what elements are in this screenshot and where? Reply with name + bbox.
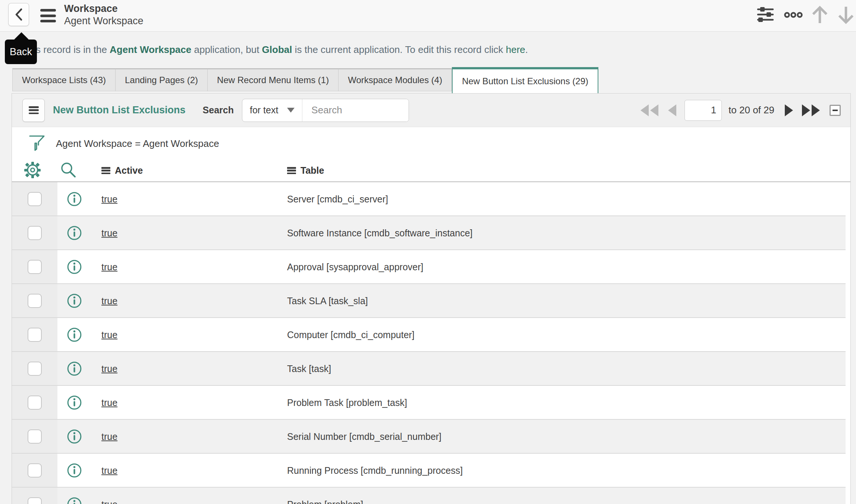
list-filter-row: Agent Workspace = Agent Workspace: [12, 127, 850, 160]
application-scope-message: This record is in the Agent Workspace ap…: [0, 32, 856, 67]
back-tooltip: Back: [5, 40, 37, 64]
current-scope-link[interactable]: Global: [262, 44, 292, 55]
next-page-button[interactable]: [784, 104, 794, 117]
table-cell: Problem [problem]: [287, 499, 363, 504]
search-rows-icon[interactable]: [60, 161, 77, 180]
message-middle: application, but: [191, 44, 262, 55]
tab-workspace-modules[interactable]: Workspace Modules (4): [338, 68, 452, 91]
table-row: true Server [cmdb_ci_server]: [12, 182, 846, 216]
list-search-control: for text: [242, 99, 409, 122]
tab-new-button-list-exclusions[interactable]: New Button List Exclusions (29): [452, 67, 598, 93]
table-row: true Task SLA [task_sla]: [12, 284, 846, 318]
table-row: true Problem [problem]: [12, 488, 846, 504]
row-checkbox[interactable]: [28, 463, 42, 478]
chevron-left-icon: [15, 8, 23, 21]
last-page-button[interactable]: [801, 104, 821, 117]
list-title[interactable]: New Button List Exclusions: [53, 104, 186, 116]
search-field-select[interactable]: for text: [242, 99, 302, 122]
info-icon[interactable]: [67, 327, 82, 342]
arrow-up-icon[interactable]: [811, 5, 828, 26]
active-cell-link[interactable]: true: [101, 499, 117, 504]
list-pagination: to 20 of 29: [640, 100, 841, 121]
table-cell: Software Instance [cmdb_software_instanc…: [287, 227, 473, 238]
list-menu-icon: [29, 106, 39, 114]
personalize-gear-icon[interactable]: [24, 161, 41, 180]
info-icon[interactable]: [67, 225, 82, 240]
edit-here-link[interactable]: here: [506, 44, 525, 55]
tab-new-record-menu-items[interactable]: New Record Menu Items (1): [207, 68, 338, 91]
info-icon[interactable]: [67, 429, 82, 444]
active-cell-link[interactable]: true: [101, 227, 117, 238]
table-row: true Serial Number [cmdb_serial_number]: [12, 420, 846, 454]
active-cell-link[interactable]: true: [101, 295, 117, 306]
list-rows: true Server [cmdb_ci_server] true Softwa…: [12, 182, 846, 504]
column-header-table[interactable]: Table: [287, 160, 324, 181]
row-checkbox[interactable]: [28, 192, 42, 206]
column-label-table: Table: [300, 165, 324, 176]
row-checkbox[interactable]: [28, 497, 42, 504]
info-icon[interactable]: [67, 463, 82, 478]
table-row: true Problem Task [problem_task]: [12, 386, 846, 420]
collapse-list-icon[interactable]: [830, 105, 841, 116]
info-icon[interactable]: [67, 259, 82, 274]
column-header-active[interactable]: Active: [101, 160, 143, 181]
info-icon[interactable]: [67, 361, 82, 376]
row-checkbox[interactable]: [28, 294, 42, 308]
table-cell: Computer [cmdb_ci_computer]: [287, 329, 415, 340]
record-menu-icon[interactable]: [40, 9, 56, 22]
active-cell-link[interactable]: true: [101, 465, 117, 476]
active-cell-link[interactable]: true: [101, 193, 117, 204]
related-list-tabs: Workspace Lists (43) Landing Pages (2) N…: [12, 68, 598, 94]
tab-landing-pages[interactable]: Landing Pages (2): [115, 68, 207, 91]
workspace-record-page: Workspace Agent Workspace: [0, 0, 856, 504]
table-cell: Task SLA [task_sla]: [287, 295, 368, 306]
table-row: true Approval [sysapproval_approver]: [12, 250, 846, 284]
table-cell: Serial Number [cmdb_serial_number]: [287, 431, 441, 442]
active-cell-link[interactable]: true: [101, 261, 117, 272]
table-cell: Problem Task [problem_task]: [287, 397, 407, 408]
previous-page-button[interactable]: [667, 104, 677, 117]
record-title-block: Workspace Agent Workspace: [64, 3, 144, 27]
info-icon[interactable]: [67, 395, 82, 410]
search-input[interactable]: [302, 99, 409, 122]
table-cell: Task [task]: [287, 363, 331, 374]
search-field-value: for text: [250, 105, 278, 116]
search-label: Search: [203, 105, 234, 116]
row-checkbox[interactable]: [28, 362, 42, 376]
filter-funnel-icon[interactable]: [28, 134, 45, 153]
back-tooltip-label: Back: [10, 46, 32, 58]
active-cell-link[interactable]: true: [101, 397, 117, 408]
table-row: true Running Process [cmdb_running_proce…: [12, 454, 846, 488]
sliders-icon[interactable]: [757, 6, 774, 25]
list-menu-button[interactable]: [22, 99, 45, 122]
row-checkbox[interactable]: [28, 328, 42, 342]
column-label-active: Active: [115, 165, 143, 176]
back-button[interactable]: [8, 3, 29, 26]
row-checkbox[interactable]: [28, 429, 42, 444]
table-cell: Server [cmdb_ci_server]: [287, 193, 388, 204]
info-icon[interactable]: [67, 191, 82, 207]
row-checkbox[interactable]: [28, 396, 42, 410]
row-checkbox[interactable]: [28, 226, 42, 240]
arrow-down-icon[interactable]: [837, 5, 855, 26]
row-range-label: to 20 of 29: [728, 104, 774, 116]
column-menu-icon: [287, 167, 296, 174]
active-cell-link[interactable]: true: [101, 431, 117, 442]
filter-condition[interactable]: Agent Workspace = Agent Workspace: [56, 138, 219, 149]
row-checkbox[interactable]: [28, 260, 42, 274]
tab-workspace-lists[interactable]: Workspace Lists (43): [12, 68, 115, 91]
info-icon[interactable]: [67, 293, 82, 308]
info-icon[interactable]: [67, 497, 82, 504]
list-column-header: Active Table: [12, 160, 850, 182]
table-row: true Task [task]: [12, 352, 846, 386]
active-cell-link[interactable]: true: [101, 329, 117, 340]
record-type-title: Workspace: [64, 3, 144, 15]
column-menu-icon: [101, 167, 110, 174]
more-icon[interactable]: [784, 11, 803, 21]
message-middle2: is the current application. To edit this…: [292, 44, 506, 55]
table-cell: Approval [sysapproval_approver]: [287, 261, 423, 272]
app-scope-link[interactable]: Agent Workspace: [110, 44, 191, 55]
active-cell-link[interactable]: true: [101, 363, 117, 374]
page-number-input[interactable]: [685, 100, 722, 121]
first-page-button[interactable]: [640, 104, 659, 117]
